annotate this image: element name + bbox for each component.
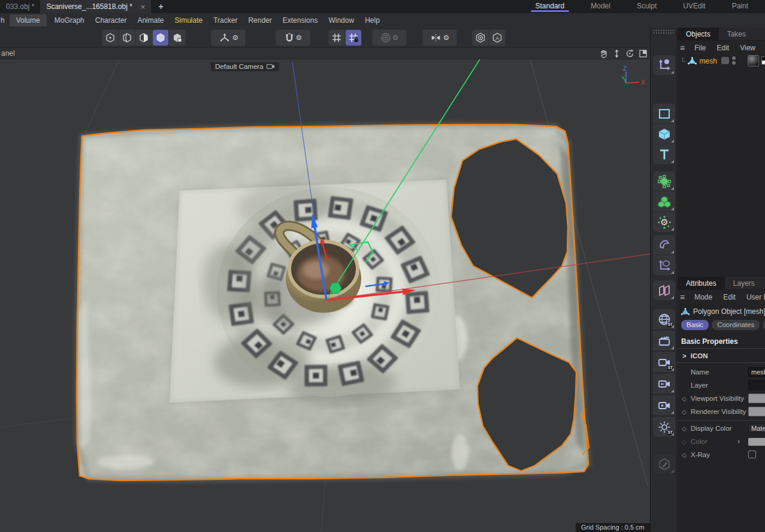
text-object-button[interactable] <box>653 144 675 164</box>
document-tab-active[interactable]: Scaniverse_...165818.obj * × <box>40 0 151 13</box>
panel-menu-icon[interactable]: ≡ <box>678 292 688 302</box>
layout-tab-paint[interactable]: Paint <box>719 0 761 13</box>
attr-menu-userdata[interactable]: User Data <box>742 293 765 301</box>
name-field[interactable]: mesh <box>748 367 765 377</box>
palette-drag-handle[interactable] <box>653 29 675 35</box>
keyframe-diamond-icon[interactable]: ◇ <box>678 409 691 415</box>
layout-tab-uvedit[interactable]: UVEdit <box>670 0 718 13</box>
spline-arrows-tool-button[interactable]: ⚙ <box>211 30 245 46</box>
layout-tab-model[interactable]: Model <box>577 0 624 13</box>
icon-section-row[interactable]: > ICON <box>678 349 765 363</box>
renderer-visibility-dropdown[interactable] <box>748 407 765 416</box>
menu-simulate[interactable]: Simulate <box>169 14 208 26</box>
tab-takes[interactable]: Takes <box>719 28 754 40</box>
keyframe-diamond-icon[interactable]: ◇ <box>678 452 691 458</box>
viewport-panel-menu[interactable]: anel <box>0 49 15 58</box>
polygons-mode-button[interactable] <box>136 30 152 46</box>
component-mode-group <box>102 29 186 46</box>
rectangle-spline-button[interactable] <box>653 104 675 123</box>
document-tab-label: 033.obj * <box>6 2 34 11</box>
edges-mode-button[interactable] <box>119 30 135 46</box>
model-mode-button[interactable] <box>153 30 168 46</box>
xray-checkbox[interactable] <box>748 451 756 458</box>
instance-object-button[interactable] <box>653 280 675 300</box>
simulation-gear-button[interactable]: ⚙ <box>653 212 675 232</box>
points-mode-button[interactable] <box>102 30 118 46</box>
menu-help[interactable]: Help <box>359 14 385 26</box>
workplane-axis-button[interactable] <box>653 255 675 275</box>
light-object-button[interactable]: ST <box>653 417 675 437</box>
objects-menu-file[interactable]: File <box>690 44 710 52</box>
menu-volume[interactable]: Volume <box>10 14 47 26</box>
layout-tab-sculpt[interactable]: Sculpt <box>624 0 670 13</box>
keyframe-diamond-icon[interactable]: ◇ <box>678 425 691 432</box>
color-swatch[interactable] <box>748 438 765 446</box>
snap-magnet-button[interactable]: ⚙ <box>276 30 310 46</box>
attr-menu-edit[interactable]: Edit <box>718 293 740 301</box>
tab-layers[interactable]: Layers <box>725 277 763 289</box>
menu-mesh-partial[interactable]: h <box>0 14 7 26</box>
camera-secondary-button[interactable] <box>653 395 675 415</box>
attr-menu-mode[interactable]: Mode <box>690 293 717 301</box>
camera-label[interactable]: Default Camera <box>211 62 279 71</box>
render-visibility-dot[interactable] <box>732 61 736 65</box>
auto-mode-button[interactable]: A <box>489 30 505 46</box>
edit-state-toggle[interactable] <box>721 57 729 64</box>
sky-object-button[interactable]: ST <box>653 309 675 329</box>
section-tab-basic[interactable]: Basic <box>681 320 709 330</box>
camera-button[interactable] <box>653 374 675 394</box>
volume-builder-button[interactable] <box>653 192 675 211</box>
menu-tracker[interactable]: Tracker <box>208 14 243 26</box>
editor-visibility-dot[interactable] <box>732 56 736 60</box>
viewport-visibility-dropdown[interactable] <box>748 394 765 403</box>
object-tree-row-mesh[interactable]: └ mesh <box>678 55 765 67</box>
workplane-grid-button[interactable] <box>329 30 344 46</box>
field-object-button[interactable] <box>653 171 675 191</box>
objects-menu-edit[interactable]: Edit <box>712 44 734 52</box>
layout-tab-standard[interactable]: Standard <box>522 0 578 13</box>
move-tool-button[interactable] <box>653 55 675 75</box>
layer-field[interactable] <box>748 380 765 390</box>
material-thumbnail[interactable] <box>748 55 759 66</box>
camera-st-button[interactable]: ST <box>653 352 675 372</box>
menu-extensions[interactable]: Extensions <box>277 14 323 26</box>
menu-render[interactable]: Render <box>243 14 277 26</box>
menu-window[interactable]: Window <box>323 14 359 26</box>
tab-attributes[interactable]: Attributes <box>678 277 725 289</box>
viewport-solo-button[interactable] <box>473 30 488 46</box>
orbit-rotate-icon[interactable] <box>625 49 634 58</box>
menu-mograph[interactable]: MoGraph <box>49 14 90 26</box>
document-tab-prev[interactable]: 033.obj * <box>0 0 40 13</box>
close-tab-icon[interactable]: × <box>141 2 146 11</box>
maximize-view-icon[interactable] <box>639 49 648 58</box>
menu-character[interactable]: Character <box>90 14 132 26</box>
tree-branch-icon: └ <box>680 57 685 65</box>
stage-object-button[interactable] <box>653 331 675 350</box>
material-edit-button[interactable] <box>653 454 675 474</box>
dolly-zoom-icon[interactable] <box>612 49 621 58</box>
display-color-dropdown[interactable]: Material <box>748 424 765 433</box>
symmetry-butterfly-button[interactable]: ⚙ <box>423 30 456 46</box>
quantize-button[interactable]: ⚙ <box>373 30 406 46</box>
menu-animate[interactable]: Animate <box>132 14 169 26</box>
texture-tag-icon[interactable] <box>761 56 765 65</box>
objects-menu-objects[interactable]: Objects <box>761 44 765 52</box>
cube-primitive-button[interactable] <box>653 124 675 144</box>
property-row-display-color: ◇ Display Color Material <box>678 422 765 435</box>
bend-deformer-button[interactable] <box>653 235 675 255</box>
keyframe-diamond-icon[interactable]: ◇ <box>678 395 691 402</box>
tab-objects[interactable]: Objects <box>678 28 719 40</box>
gizmo-center-knob[interactable] <box>329 283 341 293</box>
objects-menu-view[interactable]: View <box>735 44 760 52</box>
lock-workplane-button[interactable] <box>346 30 361 46</box>
viewport-canvas[interactable]: Default Camera Z Y X Grid Spacing : 0.5 … <box>0 59 650 532</box>
section-tab-phong[interactable]: Phong <box>763 320 765 330</box>
object-name-label[interactable]: mesh <box>700 57 717 65</box>
object-axis-mode-button[interactable] <box>170 30 185 46</box>
panel-menu-icon[interactable]: ≡ <box>678 43 688 53</box>
object-header-label: Polygon Object [mesh] <box>693 307 765 316</box>
section-tab-coordinates[interactable]: Coordinates <box>712 320 760 330</box>
3d-scene[interactable] <box>0 59 650 532</box>
pan-hand-icon[interactable] <box>599 49 608 58</box>
new-tab-button[interactable]: + <box>151 0 170 13</box>
